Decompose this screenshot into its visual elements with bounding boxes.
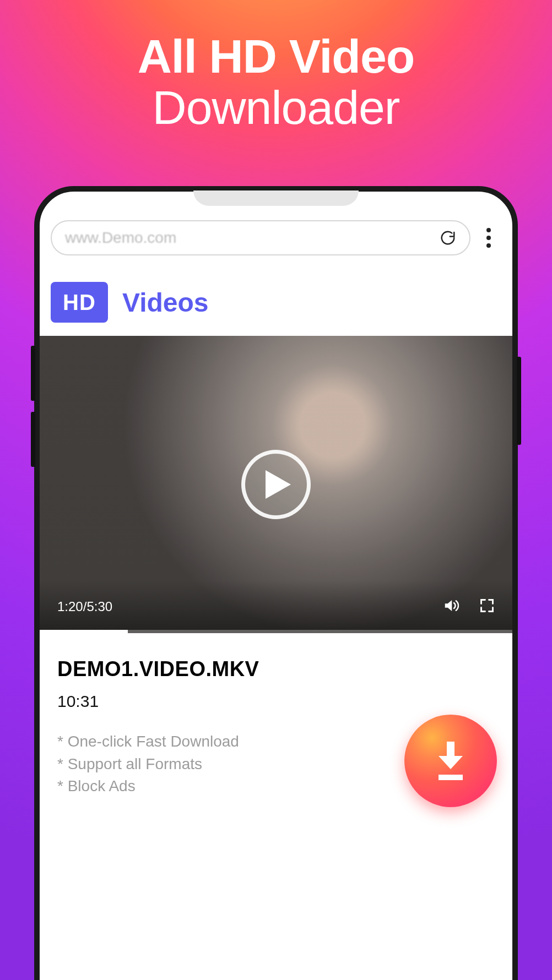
hero-title-line2: Downloader — [0, 82, 552, 133]
video-filename: DEMO1.VIDEO.MKV — [57, 657, 495, 681]
volume-icon[interactable] — [443, 597, 459, 616]
hero-title: All HD Video Downloader — [0, 0, 552, 133]
promo-background: All HD Video Downloader www.Demo.com HD — [0, 0, 552, 980]
phone-side-button — [31, 346, 35, 401]
phone-side-button — [517, 357, 521, 445]
section-header: HD Videos — [40, 261, 512, 336]
hero-title-line1: All HD Video — [0, 31, 552, 82]
download-button[interactable] — [404, 715, 497, 807]
menu-dots-icon[interactable] — [480, 228, 497, 248]
address-url: www.Demo.com — [65, 229, 176, 247]
video-info: DEMO1.VIDEO.MKV 10:31 * One-click Fast D… — [40, 633, 512, 798]
phone-notch — [193, 190, 359, 206]
svg-marker-0 — [266, 470, 291, 499]
play-button[interactable] — [241, 450, 311, 519]
phone-screen: www.Demo.com HD Videos 1:20/5: — [40, 210, 512, 980]
hd-badge: HD — [51, 282, 108, 323]
svg-rect-1 — [439, 775, 463, 780]
video-duration: 10:31 — [57, 692, 495, 711]
fullscreen-icon[interactable] — [479, 598, 495, 616]
video-player[interactable]: 1:20/5:30 — [40, 336, 512, 633]
address-bar[interactable]: www.Demo.com — [51, 220, 470, 255]
address-row: www.Demo.com — [40, 210, 512, 261]
refresh-icon[interactable] — [440, 230, 456, 246]
video-controls-bar: 1:20/5:30 — [40, 580, 512, 633]
phone-side-button — [31, 412, 35, 467]
phone-frame: www.Demo.com HD Videos 1:20/5: — [34, 186, 518, 980]
section-title: Videos — [122, 287, 209, 318]
video-time: 1:20/5:30 — [57, 599, 112, 614]
